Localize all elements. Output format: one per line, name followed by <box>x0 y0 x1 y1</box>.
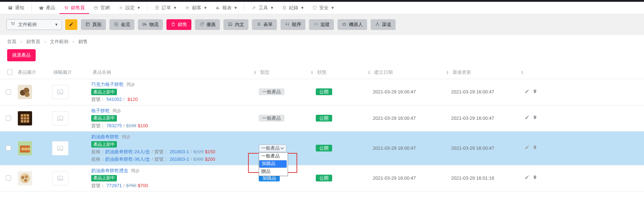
updated-date: 2021-03-29 16:00:47 <box>451 145 526 151</box>
sku-link[interactable]: 783275 <box>107 123 122 128</box>
btn-label: 優惠 <box>206 21 216 28</box>
crumb-home[interactable]: 首頁 <box>7 39 16 44</box>
banner-placeholder[interactable] <box>52 111 68 125</box>
delete-icon[interactable] <box>532 89 537 96</box>
col-created[interactable]: 建立日期▲▼ <box>374 69 453 76</box>
type-option[interactable]: 贈品 <box>259 168 288 176</box>
nav-label: 官網 <box>101 5 110 11</box>
svg-rect-29 <box>21 114 29 123</box>
price-new: $120 <box>128 97 138 102</box>
tag-icon <box>199 22 204 28</box>
nav-tools[interactable]: 工具 ▾ <box>247 2 278 14</box>
type-option[interactable]: 加購品 <box>259 160 287 168</box>
nav-logs[interactable]: 紀錄 ▾ <box>278 2 308 14</box>
product-thumb[interactable] <box>18 85 32 99</box>
store-icon <box>93 5 98 10</box>
spec-link[interactable]: 奶油曲奇餅乾-36入/盒 <box>105 156 150 162</box>
btn-robot[interactable]: 機器人 <box>338 19 367 30</box>
svg-rect-16 <box>343 23 346 25</box>
chevron-down-icon: ▾ <box>55 21 58 28</box>
chevron-down-icon: ▾ <box>174 5 176 11</box>
delete-icon[interactable] <box>532 175 537 181</box>
edit-icon[interactable] <box>525 115 530 122</box>
col-product-name[interactable]: 產品名稱▲▼ <box>93 69 260 76</box>
page-select-dropdown[interactable]: 文件範例 ▾ <box>6 19 62 30</box>
svg-point-5 <box>283 6 286 7</box>
nav-reports[interactable]: 報表 ▾ <box>211 2 241 14</box>
nav-settings[interactable]: 設定 ▾ <box>114 2 144 14</box>
sku-link[interactable]: 261803-2 <box>170 156 189 162</box>
svg-point-19 <box>377 22 378 23</box>
updated-date: 2021-03-29 16:01:16 <box>451 175 526 181</box>
edit-button[interactable] <box>65 19 77 30</box>
breadcrumb: 首頁 › 銷售頁 › 文件範例 › 銷售 <box>0 35 644 48</box>
btn-payment[interactable]: $金流 <box>109 19 134 30</box>
nav-label: 紀錄 <box>289 5 298 11</box>
nav-products[interactable]: 產品 <box>35 2 60 14</box>
btn-form[interactable]: 表單 <box>252 19 277 30</box>
col-status[interactable]: 狀態▲▼ <box>317 69 374 76</box>
btn-label: 順序 <box>292 21 301 28</box>
col-updated[interactable]: 最後更新▲▼ <box>453 69 527 76</box>
product-link[interactable]: 奶油曲奇餅乾禮盒 <box>91 168 128 173</box>
product-link[interactable]: 巧克力格子餅乾 <box>91 82 124 87</box>
robot-icon <box>342 22 347 28</box>
btn-promo[interactable]: 優惠 <box>195 19 220 30</box>
status-badge: 產品上架中 <box>91 89 117 95</box>
delete-icon[interactable] <box>532 145 537 151</box>
delete-icon[interactable] <box>532 115 537 122</box>
svg-point-15 <box>229 24 230 24</box>
svg-point-21 <box>378 25 379 26</box>
btn-sales[interactable]: 銷售 <box>166 19 191 30</box>
edit-icon[interactable] <box>525 145 530 151</box>
price-new: $200 <box>205 156 215 162</box>
nav-security[interactable]: 安全 ▾ <box>308 2 338 14</box>
row-checkbox[interactable] <box>6 115 11 121</box>
nav-site[interactable]: 官網 <box>89 2 114 14</box>
product-link[interactable]: 格子餅乾 <box>91 108 110 113</box>
edit-icon[interactable] <box>525 89 530 96</box>
btn-track[interactable]: 追蹤 <box>309 19 334 30</box>
pick-products-button[interactable]: 挑選產品 <box>7 49 36 61</box>
btn-label: 金流 <box>121 21 130 28</box>
product-thumb[interactable] <box>18 111 32 125</box>
sort-icon: ▲▼ <box>446 70 449 74</box>
banner-placeholder[interactable] <box>52 141 68 155</box>
nav-sales-page[interactable]: 銷售頁 <box>60 2 89 14</box>
nav-notify[interactable]: 通知 <box>4 2 29 14</box>
banner-placeholder[interactable] <box>52 85 68 99</box>
table-row: 巧克力格子餅乾 同步產品上架中貨號： 541052/$120一般產品公開2021… <box>0 79 644 105</box>
sku-link[interactable]: 772971 <box>107 183 122 188</box>
svg-point-4 <box>188 7 189 8</box>
btn-content[interactable]: 內文 <box>223 19 248 30</box>
sku-link[interactable]: 541052 <box>107 97 122 102</box>
btn-page[interactable]: 頁面 <box>81 19 106 30</box>
crumb-doc[interactable]: 文件範例 <box>50 39 68 44</box>
btn-order[interactable]: 順序 <box>280 19 305 30</box>
price-old: $199 <box>126 123 136 128</box>
spec-link[interactable]: 奶油曲奇餅乾-24入/盒 <box>105 149 150 154</box>
crumb-sales[interactable]: 銷售頁 <box>26 39 40 44</box>
sku-link[interactable]: 261803-1 <box>170 149 189 154</box>
product-thumb[interactable] <box>18 141 32 155</box>
nav-customers[interactable]: 顧客 ▾ <box>181 2 211 14</box>
btn-channel[interactable]: 渠道 <box>371 19 396 30</box>
product-link[interactable]: 奶油曲奇餅乾 <box>91 134 119 139</box>
edit-icon[interactable] <box>525 175 530 181</box>
col-type[interactable]: 類型▲▼ <box>260 69 317 76</box>
nav-orders[interactable]: ☰ 訂單 ▾ <box>150 2 181 14</box>
select-all-checkbox[interactable] <box>7 70 12 75</box>
chevron-down-icon <box>280 147 284 150</box>
row-checkbox[interactable] <box>6 89 11 95</box>
svg-point-36 <box>27 148 30 150</box>
svg-point-6 <box>12 25 12 26</box>
col-banner-image: 橫幅圖片 <box>53 69 93 76</box>
product-thumb[interactable] <box>18 171 32 185</box>
type-select[interactable]: 一般產品 <box>259 144 287 152</box>
type-option[interactable]: 一般產品 <box>259 153 288 160</box>
row-checkbox[interactable] <box>6 145 11 151</box>
row-checkbox[interactable] <box>6 175 11 181</box>
nav-label: 設定 <box>125 5 135 11</box>
banner-placeholder[interactable] <box>52 171 68 185</box>
btn-shipping[interactable]: 物流 <box>138 19 163 30</box>
